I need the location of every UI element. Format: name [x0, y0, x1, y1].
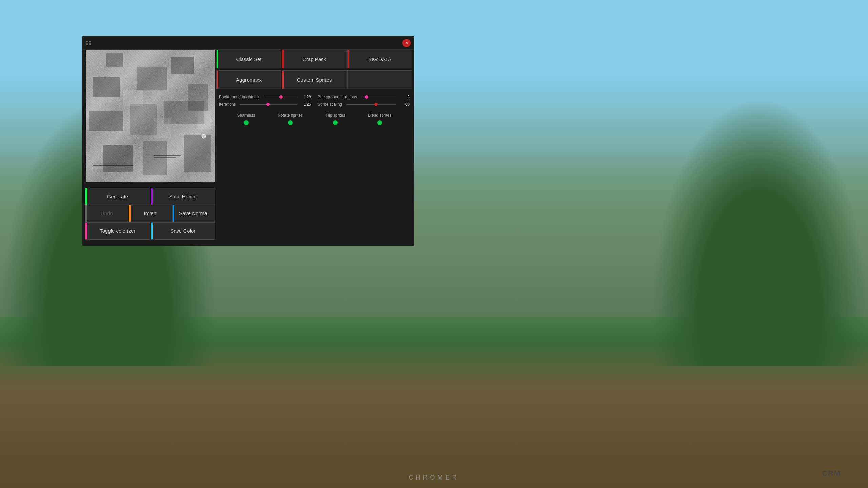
sprite-scaling-track[interactable] — [346, 104, 396, 105]
aggromaxx-accent — [217, 71, 218, 89]
sliders-area: Background brightness 128 Background ite… — [216, 91, 412, 128]
bg-iterations-thumb[interactable] — [365, 95, 368, 99]
svg-point-20 — [202, 134, 206, 138]
canvas-area — [86, 50, 215, 182]
bg-iterations-label: Background iterations — [318, 95, 357, 99]
bg-brightness-track[interactable] — [265, 97, 297, 97]
pack-big-data[interactable]: BIG:DATA — [347, 50, 412, 68]
svg-rect-7 — [130, 104, 157, 135]
svg-rect-11 — [184, 135, 211, 172]
svg-rect-15 — [93, 165, 133, 166]
generate-bar — [85, 188, 87, 205]
toggle-flip-sprites[interactable]: Flip sprites — [326, 113, 345, 125]
big-data-label: BIG:DATA — [368, 56, 391, 62]
save-height-button[interactable]: Save Height — [151, 188, 216, 205]
save-color-label: Save Color — [170, 228, 195, 234]
title-bar: × — [82, 36, 414, 50]
svg-rect-4 — [171, 57, 194, 74]
undo-button[interactable]: Undo — [85, 205, 128, 222]
toggles-row: Seamless Rotate sprites Flip sprites Ble… — [219, 113, 410, 125]
sprite-pack-row1: Classic Set Crap Pack BIG:DATA — [216, 50, 412, 68]
bg-iterations-value: 3 — [400, 95, 410, 99]
flip-sprites-label: Flip sprites — [326, 113, 345, 118]
blend-sprites-dot — [377, 120, 382, 125]
save-color-bar — [151, 223, 153, 239]
main-window: × — [82, 36, 414, 246]
texture-svg — [86, 50, 215, 182]
bg-brightness-thumb[interactable] — [279, 95, 283, 99]
big-data-accent — [348, 50, 349, 68]
toggle-colorizer-bar — [85, 223, 87, 239]
sprite-scaling-value: 60 — [400, 102, 410, 107]
bottom-row2: Undo Invert Save Normal — [85, 205, 215, 222]
svg-rect-6 — [89, 111, 123, 131]
iterations-control: Iterations 125 — [219, 102, 311, 107]
save-normal-button[interactable]: Save Normal — [172, 205, 215, 222]
empty-accent — [348, 71, 349, 89]
sprite-scaling-thumb[interactable] — [374, 103, 378, 106]
toggle-seamless[interactable]: Seamless — [237, 113, 255, 125]
svg-rect-3 — [137, 67, 167, 90]
generate-label: Generate — [107, 194, 128, 199]
sprite-scaling-label: Sprite scaling — [318, 102, 342, 107]
save-height-label: Save Height — [169, 194, 197, 199]
svg-rect-19 — [154, 157, 176, 158]
pack-classic-set[interactable]: Classic Set — [216, 50, 281, 68]
bg-brightness-value: 128 — [301, 95, 311, 99]
svg-rect-16 — [93, 168, 126, 168]
svg-rect-10 — [143, 141, 167, 175]
seamless-dot — [244, 120, 249, 125]
bottom-row1: Generate Save Height — [85, 188, 215, 205]
svg-rect-18 — [154, 155, 181, 156]
grid-icon — [86, 41, 91, 45]
custom-sprites-label: Custom Sprites — [297, 77, 332, 83]
undo-bar — [85, 205, 87, 222]
flip-sprites-dot — [333, 120, 338, 125]
pack-custom-sprites[interactable]: Custom Sprites — [282, 70, 347, 89]
pack-aggromaxx[interactable]: Aggromaxx — [216, 70, 281, 89]
iterations-thumb[interactable] — [266, 103, 270, 106]
crap-pack-label: Crap Pack — [302, 56, 326, 62]
iterations-track[interactable] — [240, 104, 297, 105]
rotate-sprites-dot — [288, 120, 293, 125]
bg-iterations-track[interactable] — [361, 97, 396, 97]
toggle-rotate-sprites[interactable]: Rotate sprites — [278, 113, 303, 125]
iterations-label: Iterations — [219, 102, 236, 107]
save-normal-label: Save Normal — [179, 210, 209, 216]
toggle-colorizer-label: Toggle colorizer — [100, 228, 135, 234]
svg-rect-2 — [106, 53, 123, 67]
crap-pack-accent — [282, 50, 284, 68]
pack-crap-pack[interactable]: Crap Pack — [282, 50, 347, 68]
classic-set-label: Classic Set — [236, 56, 261, 62]
custom-sprites-accent — [282, 71, 284, 89]
svg-rect-14 — [198, 111, 211, 129]
iterations-value: 125 — [301, 102, 311, 107]
aggromaxx-label: Aggromaxx — [236, 77, 262, 83]
undo-label: Undo — [101, 210, 113, 216]
bg-trees-right — [651, 98, 868, 366]
generate-button[interactable]: Generate — [85, 188, 150, 205]
close-button[interactable]: × — [402, 39, 411, 47]
classic-set-accent — [217, 50, 218, 68]
toggle-colorizer-button[interactable]: Toggle colorizer — [85, 222, 150, 240]
app-branding: CHROMER — [409, 474, 459, 481]
canvas-texture — [86, 50, 215, 182]
svg-rect-12 — [123, 90, 143, 106]
save-normal-bar — [173, 205, 174, 222]
bg-iterations-control: Background iterations 3 — [318, 95, 410, 99]
sprite-pack-row2: Aggromaxx Custom Sprites — [216, 70, 412, 89]
invert-label: Invert — [144, 210, 157, 216]
bottom-row3: Toggle colorizer Save Color — [85, 222, 215, 240]
pack-empty — [347, 70, 412, 89]
save-height-bar — [151, 188, 153, 205]
bg-brightness-label: Background brightness — [219, 95, 261, 99]
seamless-label: Seamless — [237, 113, 255, 118]
invert-bar — [129, 205, 131, 222]
sprite-scaling-control: Sprite scaling 60 — [318, 102, 410, 107]
invert-button[interactable]: Invert — [129, 205, 172, 222]
watermark: CRM — [822, 469, 841, 478]
svg-rect-17 — [93, 170, 130, 170]
save-color-button[interactable]: Save Color — [151, 222, 216, 240]
svg-rect-13 — [154, 118, 171, 138]
toggle-blend-sprites[interactable]: Blend sprites — [368, 113, 391, 125]
